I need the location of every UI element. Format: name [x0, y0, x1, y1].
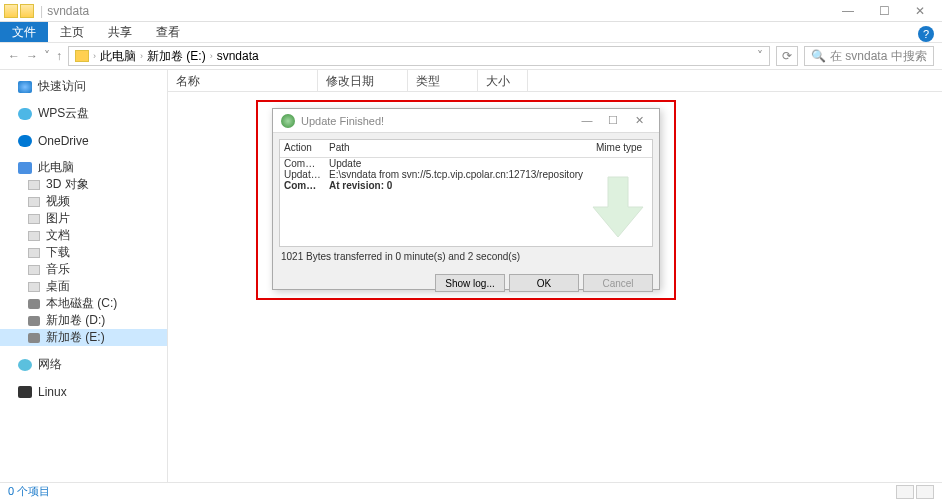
dialog-close[interactable]: ✕ [627, 114, 651, 127]
folder-icon [4, 4, 18, 18]
breadcrumb-part[interactable]: 此电脑 [100, 48, 136, 65]
address-input[interactable]: › 此电脑 › 新加卷 (E:) › svndata ˅ [68, 46, 770, 66]
folder-icon [75, 50, 89, 62]
col-date[interactable]: 修改日期 [318, 70, 408, 91]
sidebar-wps[interactable]: WPS云盘 [0, 105, 167, 122]
sidebar-drive-e[interactable]: 新加卷 (E:) [0, 329, 167, 346]
folder-icon [28, 282, 40, 292]
folder-icon [28, 231, 40, 241]
forward-button[interactable]: → [26, 49, 38, 63]
tab-view[interactable]: 查看 [144, 22, 192, 42]
search-input[interactable]: 🔍 在 svndata 中搜索 [804, 46, 934, 66]
chevron-right-icon: › [210, 51, 213, 61]
sidebar-this-pc[interactable]: 此电脑 [0, 159, 167, 176]
folder-icon [28, 265, 40, 275]
cancel-button[interactable]: Cancel [583, 274, 653, 292]
sidebar: 快速访问 WPS云盘 OneDrive 此电脑 3D 对象 视频 图片 文档 下… [0, 70, 168, 482]
dialog-maximize[interactable]: ☐ [601, 114, 625, 127]
chevron-right-icon: › [140, 51, 143, 61]
view-large-button[interactable] [916, 485, 934, 499]
sidebar-drive-d[interactable]: 新加卷 (D:) [0, 312, 167, 329]
th-path[interactable]: Path [325, 140, 592, 157]
folder-icon [28, 214, 40, 224]
drive-icon [28, 316, 40, 326]
window-title: svndata [47, 4, 89, 18]
dialog-status: 1021 Bytes transferred in 0 minute(s) an… [279, 247, 653, 266]
sidebar-desktop[interactable]: 桌面 [0, 278, 167, 295]
title-bar: | svndata — ☐ ✕ [0, 0, 942, 22]
drive-icon [28, 299, 40, 309]
onedrive-icon [18, 135, 32, 147]
separator: | [40, 4, 43, 18]
pc-icon [18, 162, 32, 174]
folder-icon [28, 248, 40, 258]
tab-home[interactable]: 主页 [48, 22, 96, 42]
address-bar: ← → ˅ ↑ › 此电脑 › 新加卷 (E:) › svndata ˅ ⟳ 🔍… [0, 42, 942, 70]
drive-icon [28, 333, 40, 343]
breadcrumb-part[interactable]: svndata [217, 49, 259, 63]
sidebar-music[interactable]: 音乐 [0, 261, 167, 278]
sidebar-onedrive[interactable]: OneDrive [0, 132, 167, 149]
item-count: 0 个项目 [8, 484, 50, 499]
th-action[interactable]: Action [280, 140, 325, 157]
col-size[interactable]: 大小 [478, 70, 528, 91]
ribbon-tabs: 文件 主页 共享 查看 [0, 22, 942, 42]
linux-icon [18, 386, 32, 398]
chevron-down-icon[interactable]: ˅ [44, 49, 50, 63]
sidebar-documents[interactable]: 文档 [0, 227, 167, 244]
dropdown-icon[interactable]: ˅ [757, 49, 763, 63]
back-button[interactable]: ← [8, 49, 20, 63]
sidebar-drive-c[interactable]: 本地磁盘 (C:) [0, 295, 167, 312]
sidebar-pictures[interactable]: 图片 [0, 210, 167, 227]
ok-button[interactable]: OK [509, 274, 579, 292]
update-finished-dialog: Update Finished! — ☐ ✕ Action Path Mime … [272, 108, 660, 290]
table-row[interactable]: Command Update [280, 158, 652, 169]
sidebar-videos[interactable]: 视频 [0, 193, 167, 210]
tab-file[interactable]: 文件 [0, 22, 48, 42]
search-icon: 🔍 [811, 49, 826, 63]
view-details-button[interactable] [896, 485, 914, 499]
col-name[interactable]: 名称 [168, 70, 318, 91]
svn-icon [281, 114, 295, 128]
refresh-button[interactable]: ⟳ [776, 46, 798, 66]
folder-icon [28, 197, 40, 207]
chevron-right-icon: › [93, 51, 96, 61]
content-area: 名称 修改日期 类型 大小 此文件夹为空。 Update Finished! —… [168, 70, 942, 482]
sidebar-quick-access[interactable]: 快速访问 [0, 78, 167, 95]
titlebar-icons: | [4, 4, 47, 18]
close-button[interactable]: ✕ [902, 0, 938, 22]
sidebar-3d-objects[interactable]: 3D 对象 [0, 176, 167, 193]
folder-icon [28, 180, 40, 190]
cloud-icon [18, 108, 32, 120]
tab-share[interactable]: 共享 [96, 22, 144, 42]
show-log-button[interactable]: Show log... [435, 274, 505, 292]
maximize-button[interactable]: ☐ [866, 0, 902, 22]
sidebar-linux[interactable]: Linux [0, 383, 167, 400]
network-icon [18, 359, 32, 371]
minimize-button[interactable]: — [830, 0, 866, 22]
dialog-title: Update Finished! [301, 115, 384, 127]
search-placeholder: 在 svndata 中搜索 [830, 48, 927, 65]
th-mime[interactable]: Mime type [592, 140, 652, 157]
download-arrow-icon [588, 172, 648, 242]
star-icon [18, 81, 32, 93]
col-type[interactable]: 类型 [408, 70, 478, 91]
dialog-titlebar[interactable]: Update Finished! — ☐ ✕ [273, 109, 659, 133]
help-button[interactable]: ? [918, 26, 934, 42]
sidebar-downloads[interactable]: 下载 [0, 244, 167, 261]
dialog-minimize[interactable]: — [575, 114, 599, 127]
up-button[interactable]: ↑ [56, 49, 62, 63]
status-bar: 0 个项目 [0, 482, 942, 500]
sidebar-network[interactable]: 网络 [0, 356, 167, 373]
column-headers: 名称 修改日期 类型 大小 [168, 70, 942, 92]
dialog-log-table: Action Path Mime type Command Update Upd… [279, 139, 653, 247]
breadcrumb-part[interactable]: 新加卷 (E:) [147, 48, 206, 65]
folder-icon [20, 4, 34, 18]
